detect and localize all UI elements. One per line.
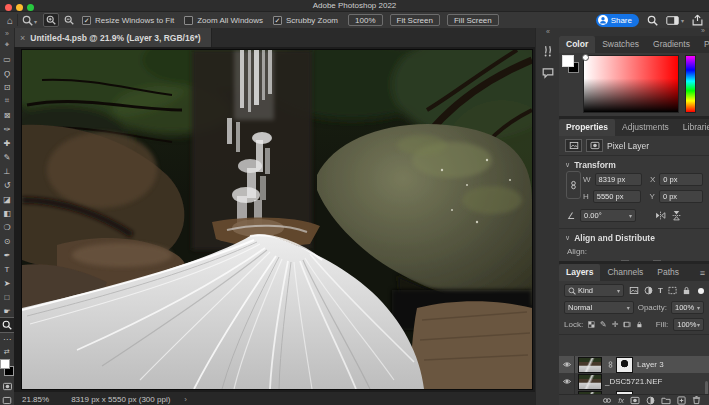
- blur-tool[interactable]: ❍: [0, 220, 14, 234]
- status-options-chevron-icon[interactable]: ›: [184, 395, 187, 404]
- color-picker-handle[interactable]: [582, 54, 589, 61]
- adjustment-layer-icon[interactable]: [646, 396, 655, 405]
- swap-colors-icon[interactable]: ⇄: [0, 346, 14, 357]
- rectangle-tool[interactable]: □: [0, 290, 14, 304]
- align-collapse-icon[interactable]: ∨: [565, 234, 570, 242]
- visibility-toggle[interactable]: [559, 356, 575, 373]
- path-selection-tool[interactable]: ➤: [0, 276, 14, 290]
- object-selection-tool[interactable]: ⊡: [0, 80, 14, 94]
- clone-stamp-tool[interactable]: ⊥: [0, 164, 14, 178]
- rotation-chevron-icon[interactable]: ▾: [629, 212, 632, 219]
- gradient-tool[interactable]: ◧: [0, 206, 14, 220]
- delete-layer-icon[interactable]: [692, 395, 701, 405]
- y-field[interactable]: 0 px: [659, 190, 703, 203]
- workspace-switcher[interactable]: ▾: [666, 15, 684, 26]
- brush-settings-panel-button[interactable]: [536, 37, 560, 57]
- fill-field[interactable]: 100% ▾: [673, 318, 704, 331]
- tab-swatches[interactable]: Swatches: [595, 36, 646, 53]
- crop-tool[interactable]: ⌗: [0, 94, 14, 108]
- fit-screen-button[interactable]: Fit Screen: [390, 14, 440, 26]
- comments-panel-button[interactable]: [536, 57, 560, 79]
- fill-screen-button[interactable]: Fill Screen: [447, 14, 499, 26]
- scrubby-zoom-checkbox[interactable]: ✓: [273, 16, 282, 25]
- home-icon[interactable]: ⌂: [7, 15, 13, 26]
- flip-vertical-icon[interactable]: [671, 210, 682, 221]
- x-field[interactable]: 0 px: [659, 173, 703, 186]
- history-brush-tool[interactable]: ↺: [0, 178, 14, 192]
- edit-toolbar-icon[interactable]: ⋯: [0, 332, 14, 346]
- align-section-title[interactable]: Align and Distribute: [574, 233, 655, 243]
- zoom-100-button[interactable]: 100%: [348, 14, 382, 26]
- hand-tool[interactable]: ☛: [0, 304, 14, 318]
- tab-color[interactable]: Color: [559, 36, 595, 53]
- eyedropper-tool[interactable]: ✑: [0, 122, 14, 136]
- new-layer-icon[interactable]: [677, 396, 686, 405]
- screen-mode-icon[interactable]: [0, 393, 14, 405]
- height-field[interactable]: 5550 px: [593, 190, 641, 203]
- layer-row[interactable]: _DSC5721.NEF: [559, 373, 709, 390]
- move-tool[interactable]: ⌖: [0, 38, 14, 52]
- tab-patterns[interactable]: Patterns: [697, 36, 709, 53]
- filter-toggle-icon[interactable]: [698, 288, 704, 294]
- opacity-field[interactable]: 100% ▾: [671, 301, 704, 314]
- lock-all-icon[interactable]: [636, 320, 643, 329]
- foreground-background-colors[interactable]: [0, 357, 14, 377]
- tool-preset-chevron-icon[interactable]: ▾: [34, 18, 37, 25]
- layer-filter-dropdown[interactable]: Kind ▾: [564, 284, 624, 297]
- scrubby-zoom-label[interactable]: Scrubby Zoom: [286, 16, 338, 25]
- foreground-color-swatch[interactable]: [0, 359, 10, 369]
- export-icon[interactable]: [692, 14, 703, 26]
- hue-slider[interactable]: [685, 55, 696, 113]
- transform-section-title[interactable]: Transform: [574, 160, 616, 170]
- lock-position-icon[interactable]: ✛: [612, 320, 619, 329]
- filter-shape-layers-icon[interactable]: [668, 286, 677, 295]
- layer-name[interactable]: _DSC5721.NEF: [605, 377, 662, 386]
- dodge-tool[interactable]: ⊙: [0, 234, 14, 248]
- canvas-pasteboard[interactable]: [14, 47, 535, 391]
- layer-style-icon[interactable]: fx: [618, 396, 624, 405]
- filter-pixel-layers-icon[interactable]: [629, 286, 639, 295]
- healing-brush-tool[interactable]: ✚: [0, 136, 14, 150]
- lock-paint-icon[interactable]: ✎: [600, 320, 607, 329]
- brush-tool[interactable]: ✎: [0, 150, 14, 164]
- layers-panel-menu-icon[interactable]: ≡: [700, 268, 705, 278]
- quick-mask-icon[interactable]: [0, 379, 14, 393]
- search-icon[interactable]: [647, 15, 658, 26]
- layer-thumbnail[interactable]: [578, 374, 602, 390]
- lasso-tool[interactable]: Ϙ: [0, 66, 14, 80]
- tab-layers[interactable]: Layers: [559, 264, 600, 281]
- rotation-field[interactable]: 0.00° ▾: [580, 209, 636, 222]
- layer-name[interactable]: Layer 3: [637, 360, 664, 369]
- toolbar-collapse-icon[interactable]: »: [0, 28, 14, 38]
- flip-horizontal-icon[interactable]: [655, 210, 666, 221]
- collapse-dock-icon[interactable]: »: [701, 27, 705, 34]
- transform-collapse-icon[interactable]: ∨: [565, 161, 570, 169]
- layer-thumbnail[interactable]: [578, 357, 602, 373]
- expand-dock-icon[interactable]: «: [536, 28, 560, 37]
- saturation-brightness-field[interactable]: [583, 55, 679, 113]
- frame-tool[interactable]: ⊠: [0, 108, 14, 122]
- new-group-icon[interactable]: [661, 396, 671, 405]
- link-layers-icon[interactable]: [602, 396, 612, 405]
- visibility-toggle[interactable]: [559, 373, 575, 390]
- type-tool[interactable]: T: [0, 262, 14, 276]
- eraser-tool[interactable]: ◪: [0, 192, 14, 206]
- zoom-tool-icon[interactable]: [22, 15, 33, 26]
- width-field[interactable]: 8319 px: [595, 173, 642, 186]
- zoom-all-windows-label[interactable]: Zoom All Windows: [197, 16, 263, 25]
- tab-gradients[interactable]: Gradients: [646, 36, 697, 53]
- tab-adjustments[interactable]: Adjustments: [615, 119, 676, 136]
- tab-libraries[interactable]: Libraries: [676, 119, 709, 136]
- zoom-tool[interactable]: [0, 318, 14, 332]
- foreground-color-swatch[interactable]: [562, 55, 574, 67]
- tab-properties[interactable]: Properties: [559, 119, 615, 136]
- layer-row[interactable]: Layer 3: [559, 356, 709, 373]
- tab-channels[interactable]: Channels: [600, 264, 650, 281]
- tab-paths[interactable]: Paths: [650, 264, 686, 281]
- link-dimensions-toggle[interactable]: [566, 171, 581, 199]
- pen-tool[interactable]: ✒: [0, 248, 14, 262]
- blend-mode-dropdown[interactable]: Normal ▾: [564, 301, 634, 314]
- lock-artboard-icon[interactable]: [623, 320, 631, 329]
- layer-mask-thumbnail[interactable]: [616, 357, 633, 373]
- filter-adjustment-layers-icon[interactable]: [644, 286, 653, 295]
